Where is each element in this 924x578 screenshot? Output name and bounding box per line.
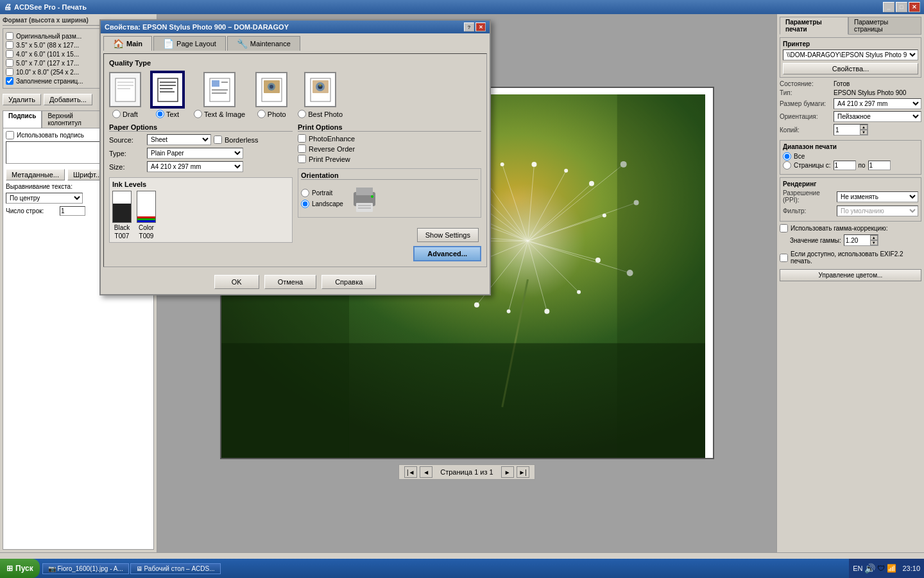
landscape-row: Landscape <box>301 200 343 208</box>
cb-40x60[interactable] <box>6 50 13 58</box>
pages-from-input[interactable] <box>834 161 856 170</box>
cb-exif[interactable] <box>780 254 788 262</box>
ok-btn[interactable]: OK <box>214 275 259 289</box>
gamma-checkbox-row: Использовать гамма-коррекцию: <box>780 224 921 232</box>
quality-text-image-icon <box>203 72 235 107</box>
quality-text-image[interactable]: Text & Image <box>194 72 245 118</box>
cb-100x80[interactable] <box>6 68 13 76</box>
quality-type-title: Quality Type <box>109 59 481 67</box>
cancel-dialog-btn[interactable]: Отмена <box>264 275 316 289</box>
tray-icon-1: 🔊 <box>864 563 875 574</box>
cb-original[interactable] <box>6 32 13 40</box>
cb-reverse-order[interactable] <box>298 144 306 153</box>
orientation-content: Portrait Landscape <box>301 182 478 215</box>
radio-text[interactable] <box>156 110 164 118</box>
color-management-btn[interactable]: Управление цветом... <box>780 269 921 281</box>
show-settings-btn[interactable]: Show Settings <box>417 228 479 242</box>
print-range-section: Диапазон печати Все Страницы с: по <box>780 140 921 175</box>
paper-size-select-wrap: A4 210 x 297 mm <box>834 98 921 109</box>
copies-input[interactable] <box>834 125 860 135</box>
cb-gamma[interactable] <box>780 224 788 232</box>
lang-indicator: EN <box>853 565 862 572</box>
svg-point-75 <box>371 195 373 198</box>
orientation-title: Orientation <box>301 171 478 180</box>
first-page-btn[interactable]: |◄ <box>404 466 417 478</box>
tab-print-settings[interactable]: Параметры печати <box>780 17 848 35</box>
tab-signature[interactable]: Подпись <box>3 110 42 128</box>
quality-text-image-label: Text & Image <box>204 110 245 118</box>
dialog-tab-main[interactable]: 🏠 Main <box>103 36 152 51</box>
quality-draft[interactable]: Draft <box>109 72 141 118</box>
radio-draft[interactable] <box>112 110 121 118</box>
radio-portrait[interactable] <box>301 189 309 197</box>
quality-best-photo[interactable]: Best Photo <box>298 72 343 118</box>
cb-fill[interactable] <box>6 77 13 85</box>
cb-use-signature[interactable] <box>6 131 14 139</box>
borderless-label: Borderless <box>225 136 259 144</box>
minimize-btn[interactable]: _ <box>883 2 894 12</box>
paper-size-select[interactable]: A4 210 x 297 mm <box>834 98 921 109</box>
size-label: Size: <box>109 163 144 171</box>
cb-borderless[interactable] <box>214 136 222 144</box>
taskbar-item-1[interactable]: 🖥 Рабочий стол – ACDS... <box>130 563 221 574</box>
last-page-btn[interactable]: ►| <box>517 466 529 478</box>
reverse-order-label: Reverse Order <box>309 145 355 153</box>
next-page-btn[interactable]: ► <box>501 466 514 478</box>
radio-best-photo[interactable] <box>298 110 306 118</box>
cb-50x70[interactable] <box>6 59 13 67</box>
gamma-input[interactable] <box>844 235 870 245</box>
dialog-help-btn[interactable]: ? <box>464 22 474 31</box>
orientation-select[interactable]: Пейзажное <box>834 111 921 122</box>
quality-draft-radio-row: Draft <box>112 110 138 118</box>
dialog-tab-maintenance[interactable]: 🔧 Maintenance <box>227 36 300 51</box>
quality-best-photo-icon <box>304 72 336 107</box>
radio-photo[interactable] <box>257 110 266 118</box>
cb-35x50[interactable] <box>6 41 13 49</box>
add-button[interactable]: Добавить... <box>44 94 92 105</box>
type-paper-select[interactable]: Plain Paper <box>147 148 243 159</box>
svg-point-32 <box>602 213 606 217</box>
orientation-select-wrap: Пейзажное <box>834 111 921 122</box>
lines-input[interactable] <box>60 206 85 216</box>
radio-pages[interactable] <box>783 161 791 170</box>
cb-photo-enhance[interactable] <box>298 134 306 143</box>
dialog-title-text: Свойства: EPSON Stylus Photo 900 – DOM-D… <box>105 23 289 31</box>
taskbar-item-0[interactable]: 📷 Fioro_1600(1).jpg - A... <box>42 563 129 574</box>
help-dialog-btn[interactable]: Справка <box>321 275 376 289</box>
quality-photo[interactable]: Photo <box>255 72 287 118</box>
svg-point-64 <box>270 85 273 89</box>
gamma-up-btn[interactable]: ▲ <box>870 235 878 240</box>
copies-down-btn[interactable]: ▼ <box>860 130 868 135</box>
size-select[interactable]: A4 210 x 297 mm <box>147 161 243 172</box>
cb-50x70-label: 5.0" x 7.0" (127 x 17... <box>16 60 79 67</box>
svg-point-36 <box>500 162 504 166</box>
dialog-close-btn[interactable]: ✕ <box>475 22 486 31</box>
metadata-btn[interactable]: Метаданные... <box>6 169 65 180</box>
quality-text-image-radio-row: Text & Image <box>194 110 245 118</box>
advanced-btn[interactable]: Advanced... <box>413 246 481 261</box>
quality-text[interactable]: Text <box>151 72 184 118</box>
tab-page-settings[interactable]: Параметры страницы <box>848 17 921 35</box>
start-button[interactable]: ⊞ Пуск <box>0 559 40 578</box>
resolution-select[interactable]: Не изменять <box>837 191 918 202</box>
resolution-row: Разрешение (PPI): Не изменять <box>783 189 918 204</box>
pages-to-input[interactable] <box>868 161 891 170</box>
filter-select[interactable]: По умолчанию <box>837 206 918 216</box>
maximize-btn[interactable]: □ <box>896 2 907 12</box>
radio-text-image[interactable] <box>194 110 202 118</box>
copies-up-btn[interactable]: ▲ <box>860 125 868 130</box>
quality-photo-label: Photo <box>268 110 286 118</box>
dialog-tab-page-layout[interactable]: 📄 Page Layout <box>153 36 226 51</box>
prev-page-btn[interactable]: ◄ <box>420 466 432 478</box>
radio-landscape[interactable] <box>301 200 309 208</box>
printer-select[interactable]: \\DOM-DARAGOY\EPSON Stylus Photo 90 <box>783 49 918 60</box>
cb-print-preview[interactable] <box>298 155 306 163</box>
source-select[interactable]: Sheet <box>147 134 211 145</box>
properties-btn[interactable]: Свойства... <box>783 63 918 74</box>
delete-button[interactable]: Удалить <box>3 94 41 105</box>
gamma-down-btn[interactable]: ▼ <box>870 240 878 245</box>
radio-all[interactable] <box>783 152 791 161</box>
title-bar: 🖨 ACDSee Pro - Печать _ □ ✕ <box>0 0 924 14</box>
align-select[interactable]: По центру <box>6 193 83 204</box>
close-btn[interactable]: ✕ <box>909 2 920 12</box>
